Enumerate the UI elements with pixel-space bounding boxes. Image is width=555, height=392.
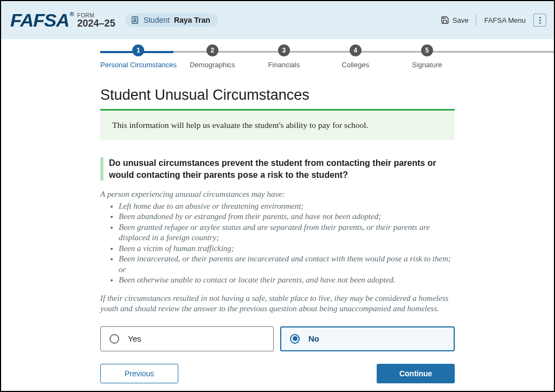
step-label: Signature [412,61,442,69]
step-number: 5 [421,44,433,56]
progress-stepper: 1Personal Circumstances2Demographics3Fin… [1,44,554,75]
step-4[interactable]: 4Colleges [320,44,391,69]
help-intro: A person experiencing unusual circumstan… [100,189,455,200]
fafsa-menu-button[interactable]: FAFSA Menu [484,16,526,24]
question-text: Do unusual circumstances prevent the stu… [109,157,455,181]
user-badge-icon [131,16,139,24]
brand: FAFSA ® FORM 2024–25 [11,11,115,29]
student-role: Student [144,16,170,24]
question-block: Do unusual circumstances prevent the stu… [100,157,455,181]
step-number: 1 [132,44,144,56]
student-name: Raya Tran [174,16,210,24]
main-content: Student Unusual Circumstances This infor… [1,87,554,351]
previous-button[interactable]: Previous [100,364,178,383]
option-no-label: No [308,334,319,343]
step-number: 4 [350,44,362,56]
kebab-dot-icon [539,17,541,18]
radio-icon [109,334,119,344]
help-list-item: Been incarcerated, or their parents are … [119,254,455,275]
step-label: Demographics [190,61,235,69]
help-list-item: Left home due to an abusive or threateni… [119,201,455,212]
option-yes-label: Yes [128,334,141,343]
help-list: Left home due to an abusive or threateni… [119,201,455,286]
option-yes[interactable]: Yes [100,326,274,351]
question-accent-bar [100,157,104,181]
info-banner: This information will help us evaluate t… [100,111,455,140]
svg-point-1 [134,18,136,21]
help-list-item: Been granted refugee or asylee status an… [119,222,455,243]
step-2[interactable]: 2Demographics [177,44,248,69]
nav-row: Previous Continue [100,364,455,383]
step-number: 3 [278,44,290,56]
top-bar: FAFSA ® FORM 2024–25 Student Raya Tran [1,1,554,39]
help-list-item: Been otherwise unable to contact or loca… [119,275,455,286]
step-1[interactable]: 1Personal Circumstances [100,44,177,69]
radio-icon [290,334,300,344]
topbar-right: Save FAFSA Menu [441,14,546,27]
kebab-dot-icon [539,20,541,21]
brand-year: 2024–25 [78,18,115,29]
option-no[interactable]: No [280,326,455,351]
separator [476,15,476,25]
page-title: Student Unusual Circumstances [100,87,455,104]
step-3[interactable]: 3Financials [248,44,320,69]
step-label: Financials [268,61,300,69]
save-label: Save [453,16,469,24]
continue-button[interactable]: Continue [377,364,455,383]
help-text: A person experiencing unusual circumstan… [100,189,455,314]
step-number: 2 [206,44,218,56]
more-menu-button[interactable] [533,14,546,27]
help-list-item: Been a victim of human trafficking; [119,243,455,254]
brand-sub: FORM 2024–25 [78,13,115,29]
brand-registered: ® [69,11,74,17]
help-list-item: Been abandoned by or estranged from thei… [119,211,455,222]
student-chip[interactable]: Student Raya Tran [125,13,218,27]
kebab-dot-icon [539,22,541,24]
save-button[interactable]: Save [441,16,469,24]
step-label: Colleges [342,61,370,69]
step-label: Personal Circumstances [100,61,177,69]
save-icon [441,16,449,24]
step-5[interactable]: 5Signature [391,44,463,69]
brand-logo: FAFSA [10,11,69,29]
help-tail: If their circumstances resulted in not h… [100,293,455,314]
radio-group: Yes No [100,326,455,351]
